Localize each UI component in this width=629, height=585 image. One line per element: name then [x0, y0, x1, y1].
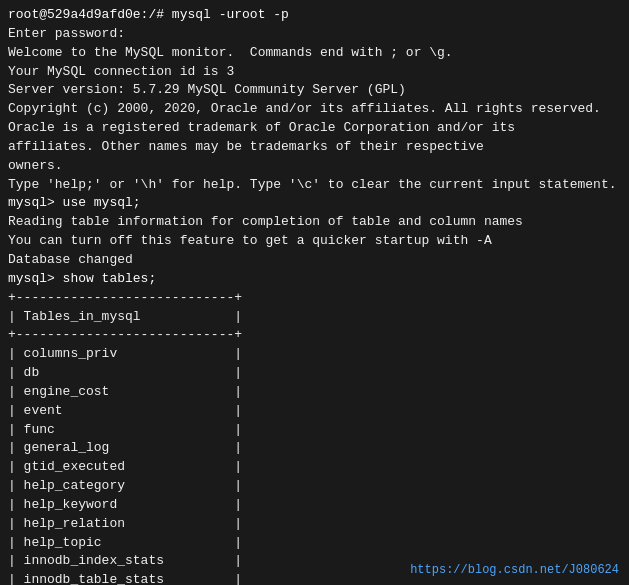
- terminal-line-copyright: Copyright (c) 2000, 2020, Oracle and/or …: [8, 100, 621, 119]
- terminal-line-row6: | general_log |: [8, 439, 621, 458]
- terminal-line-show-tables: mysql> show tables;: [8, 270, 621, 289]
- terminal-line-oracle2: affiliates. Other names may be trademark…: [8, 138, 621, 157]
- terminal-line-type-help: Type 'help;' or '\h' for help. Type '\c'…: [8, 176, 621, 195]
- terminal-line-border-mid: +----------------------------+: [8, 326, 621, 345]
- terminal-line-border-top: +----------------------------+: [8, 289, 621, 308]
- terminal-line-turn-off: You can turn off this feature to get a q…: [8, 232, 621, 251]
- terminal-line-server-ver: Server version: 5.7.29 MySQL Community S…: [8, 81, 621, 100]
- terminal-output: root@529a4d9afd0e:/# mysql -uroot -pEnte…: [8, 6, 621, 585]
- terminal-line-row3: | engine_cost |: [8, 383, 621, 402]
- terminal-line-row10: | help_relation |: [8, 515, 621, 534]
- terminal-line-row7: | gtid_executed |: [8, 458, 621, 477]
- terminal-line-row2: | db |: [8, 364, 621, 383]
- terminal-line-reading: Reading table information for completion…: [8, 213, 621, 232]
- terminal-line-oracle1: Oracle is a registered trademark of Orac…: [8, 119, 621, 138]
- terminal-line-use-mysql: mysql> use mysql;: [8, 194, 621, 213]
- terminal-line-header: | Tables_in_mysql |: [8, 308, 621, 327]
- terminal-line-row4: | event |: [8, 402, 621, 421]
- terminal-line-row8: | help_category |: [8, 477, 621, 496]
- terminal-line-row1: | columns_priv |: [8, 345, 621, 364]
- terminal-line-row5: | func |: [8, 421, 621, 440]
- terminal-line-row9: | help_keyword |: [8, 496, 621, 515]
- terminal-line-oracle3: owners.: [8, 157, 621, 176]
- terminal-line-welcome: Welcome to the MySQL monitor. Commands e…: [8, 44, 621, 63]
- watermark: https://blog.csdn.net/J080624: [410, 563, 619, 577]
- terminal-line-enter-pw: Enter password:: [8, 25, 621, 44]
- terminal-line-row11: | help_topic |: [8, 534, 621, 553]
- terminal-window: root@529a4d9afd0e:/# mysql -uroot -pEnte…: [0, 0, 629, 585]
- terminal-line-prompt: root@529a4d9afd0e:/# mysql -uroot -p: [8, 6, 621, 25]
- terminal-line-db-changed: Database changed: [8, 251, 621, 270]
- terminal-line-conn-id: Your MySQL connection id is 3: [8, 63, 621, 82]
